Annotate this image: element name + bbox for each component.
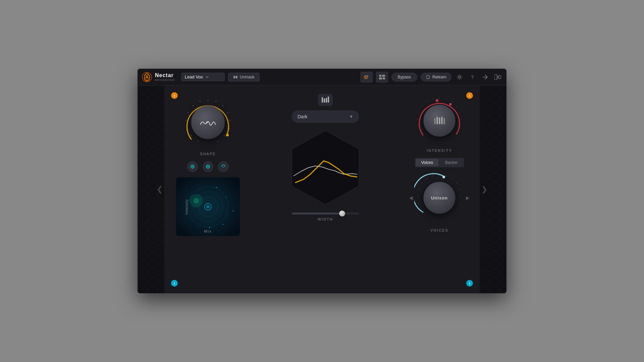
middle-panel: Dark ▼: [245, 92, 406, 287]
tuner-icon: [321, 96, 330, 104]
info-button-top-right[interactable]: i: [466, 92, 473, 99]
settings-button[interactable]: [455, 72, 464, 82]
voices-prev-button[interactable]: ◀: [409, 195, 413, 200]
unmask-button[interactable]: Unmask: [228, 73, 260, 81]
svg-point-26: [188, 112, 189, 113]
svg-point-67: [419, 112, 420, 113]
header-bar: Nectar ADVANCED Lead Vox ✏ Unmask: [138, 69, 506, 85]
help-button[interactable]: ?: [468, 72, 477, 82]
shape-knob[interactable]: [181, 96, 235, 149]
svg-point-1: [146, 76, 148, 78]
svg-point-81: [457, 183, 458, 184]
svg-rect-2: [233, 76, 235, 78]
svg-point-79: [446, 176, 447, 177]
svg-point-60: [460, 112, 461, 113]
mode-icon-1[interactable]: [187, 161, 198, 172]
shape-knob-container: SHAPE: [181, 96, 235, 156]
voices-knob-face: Unison: [424, 182, 455, 214]
svg-point-90: [418, 203, 419, 204]
relearn-button[interactable]: Relearn: [421, 73, 451, 81]
mode-icon-2[interactable]: [203, 161, 213, 172]
svg-point-69: [418, 126, 419, 127]
svg-point-6: [367, 75, 368, 77]
svg-rect-75: [439, 117, 440, 124]
svg-point-46: [186, 190, 186, 191]
share-button[interactable]: [480, 72, 490, 82]
svg-point-34: [192, 166, 193, 167]
voices-knob-text: Unison: [431, 195, 448, 200]
shape-label: SHAPE: [200, 152, 216, 156]
svg-rect-7: [379, 75, 381, 77]
svg-rect-12: [494, 74, 497, 80]
modules-icon: [379, 75, 385, 79]
voices-knob-section: ◀: [414, 173, 465, 223]
voices-next-button[interactable]: ▶: [466, 195, 470, 200]
voices-knob[interactable]: Unison: [414, 173, 465, 223]
ring-icon: [205, 164, 211, 169]
svg-point-35: [206, 165, 210, 168]
style-value: Dark: [298, 114, 308, 119]
right-side-panel: ❯: [480, 85, 506, 293]
mix-panel[interactable]: Intensity Mix: [176, 177, 240, 236]
preset-selector[interactable]: Lead Vox ✏: [181, 73, 225, 81]
style-dropdown[interactable]: Dark ▼: [292, 111, 359, 123]
preset-name: Lead Vox: [185, 74, 203, 79]
help-icon: ?: [471, 74, 474, 80]
svg-point-62: [460, 126, 461, 127]
svg-point-5: [365, 76, 367, 78]
svg-rect-9: [379, 77, 382, 79]
svg-point-36: [207, 166, 209, 168]
svg-point-65: [426, 101, 427, 102]
mode-icons-row: [187, 161, 229, 172]
viz-icon: [363, 74, 370, 80]
info-button-bottom-right[interactable]: i: [466, 280, 473, 287]
izone-button[interactable]: [493, 72, 502, 82]
svg-point-27: [185, 120, 186, 121]
backer-tab[interactable]: Backer: [440, 159, 463, 166]
svg-point-11: [459, 76, 461, 78]
svg-rect-52: [324, 99, 325, 103]
mix-label: Mix: [176, 229, 240, 233]
voices-tab[interactable]: Voices: [416, 159, 438, 166]
app-name: Nectar: [155, 72, 175, 78]
svg-point-68: [417, 119, 418, 120]
svg-point-45: [233, 210, 234, 212]
settings-icon: [457, 74, 463, 80]
svg-point-22: [224, 135, 225, 136]
svg-point-82: [460, 189, 461, 190]
logo-text: Nectar ADVANCED: [155, 72, 175, 81]
svg-point-64: [432, 99, 433, 100]
logo-area: Nectar ADVANCED: [142, 72, 175, 82]
svg-point-61: [461, 119, 462, 120]
visualization-button[interactable]: [361, 72, 373, 82]
svg-point-87: [422, 183, 423, 184]
app-subtitle: ADVANCED: [155, 78, 175, 81]
half-ring-icon: [221, 164, 226, 169]
info-button-top-left[interactable]: i: [171, 92, 178, 99]
modules-button[interactable]: [376, 72, 388, 82]
tuner-button[interactable]: [318, 94, 333, 106]
svg-point-20: [230, 120, 231, 121]
svg-point-83: [461, 196, 462, 197]
svg-rect-8: [382, 75, 385, 77]
svg-point-24: [200, 101, 201, 102]
shape-panel: SHAPE: [171, 92, 245, 287]
left-side-panel: ❮: [138, 85, 164, 293]
svg-point-58: [452, 101, 453, 102]
svg-point-47: [209, 227, 210, 228]
intensity-knob[interactable]: [414, 96, 465, 146]
unmask-icon: [233, 75, 238, 79]
svg-marker-55: [292, 131, 359, 204]
mode-icon-3[interactable]: [218, 161, 229, 172]
svg-rect-53: [326, 98, 327, 103]
svg-point-18: [222, 105, 223, 106]
svg-point-57: [446, 99, 447, 100]
circle-icon: [190, 164, 195, 169]
svg-rect-10: [383, 77, 385, 79]
bypass-button[interactable]: Bypass: [391, 73, 417, 81]
info-button-bottom-left[interactable]: i: [171, 280, 178, 287]
voices-label: VOICES: [430, 228, 448, 232]
nectar-logo-icon: [142, 72, 152, 82]
svg-point-19: [227, 112, 228, 113]
width-slider[interactable]: [292, 213, 359, 215]
